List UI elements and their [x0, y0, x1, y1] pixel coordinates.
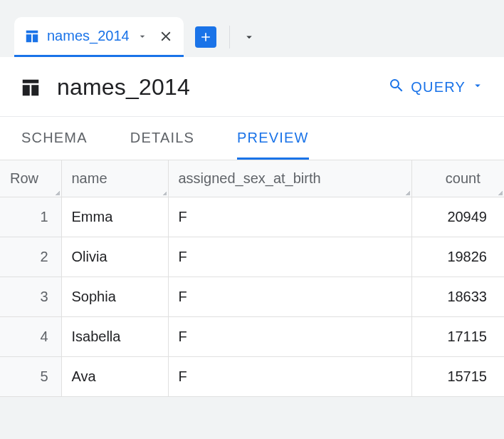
cell-name: Sophia: [61, 277, 168, 317]
tab-label: names_2014: [47, 28, 130, 44]
cell-name: Olivia: [61, 237, 168, 277]
table-icon: [20, 77, 41, 98]
tab-label: SCHEMA: [21, 130, 88, 145]
tab-schema[interactable]: SCHEMA: [21, 117, 88, 160]
cell-assigned-sex-at-birth: F: [168, 277, 411, 317]
caret-down-icon: [471, 79, 484, 95]
cell-assigned-sex-at-birth: F: [168, 357, 411, 397]
cell-assigned-sex-at-birth: F: [168, 237, 411, 277]
table-row: 3SophiaF18633: [0, 277, 504, 317]
cell-assigned-sex-at-birth: F: [168, 197, 411, 237]
close-icon[interactable]: [158, 29, 174, 44]
caret-down-icon[interactable]: [137, 31, 148, 42]
page-title: names_2014: [57, 74, 190, 100]
table-header-row: Row name assigned_sex_at_birth count: [0, 160, 504, 197]
add-tab-button[interactable]: [195, 26, 216, 48]
cell-row: 5: [0, 357, 61, 397]
table-row: 4IsabellaF17115: [0, 317, 504, 357]
cell-name: Ava: [61, 357, 168, 397]
search-icon: [388, 77, 405, 98]
table-row: 2OliviaF19826: [0, 237, 504, 277]
column-header-count[interactable]: count: [411, 160, 504, 197]
cell-row: 4: [0, 317, 61, 357]
cell-row: 3: [0, 277, 61, 317]
cell-count: 20949: [411, 197, 504, 237]
data-preview-table: Row name assigned_sex_at_birth count 1Em…: [0, 160, 504, 397]
cell-count: 19826: [411, 237, 504, 277]
tab-bar: names_2014: [0, 0, 504, 57]
page-header: names_2014 QUERY: [0, 57, 504, 116]
cell-assigned-sex-at-birth: F: [168, 317, 411, 357]
tab-actions: [184, 17, 261, 57]
column-header-name[interactable]: name: [61, 160, 168, 197]
query-label: QUERY: [411, 79, 466, 95]
cell-count: 18633: [411, 277, 504, 317]
tab-label: PREVIEW: [237, 130, 309, 145]
cell-count: 15715: [411, 357, 504, 397]
table-tab[interactable]: names_2014: [14, 17, 184, 57]
table-row: 1EmmaF20949: [0, 197, 504, 237]
column-header-row[interactable]: Row: [0, 160, 61, 197]
table-icon: [24, 29, 40, 44]
tab-details[interactable]: DETAILS: [130, 117, 194, 160]
view-tabs: SCHEMA DETAILS PREVIEW: [0, 116, 504, 160]
cell-count: 17115: [411, 317, 504, 357]
column-header-assigned-sex-at-birth[interactable]: assigned_sex_at_birth: [168, 160, 411, 197]
table-row: 5AvaF15715: [0, 357, 504, 397]
cell-row: 2: [0, 237, 61, 277]
query-button[interactable]: QUERY: [388, 77, 484, 98]
cell-name: Isabella: [61, 317, 168, 357]
tab-overflow-dropdown[interactable]: [229, 26, 261, 48]
tab-label: DETAILS: [130, 130, 194, 145]
tab-preview[interactable]: PREVIEW: [237, 117, 309, 160]
cell-row: 1: [0, 197, 61, 237]
cell-name: Emma: [61, 197, 168, 237]
